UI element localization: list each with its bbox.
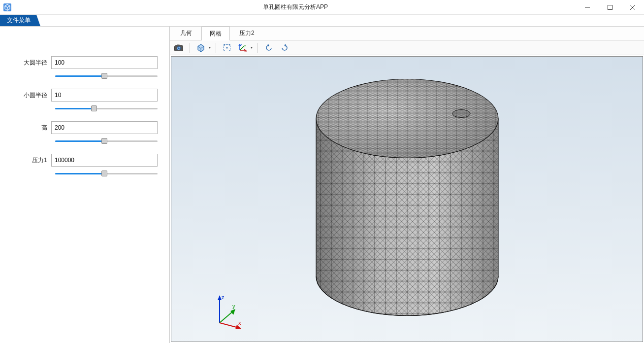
toolbar-separator [190,43,190,53]
rotate-cw-button[interactable] [262,42,276,54]
toolbar-separator [216,43,216,53]
param-input-small-radius[interactable] [51,89,158,102]
svg-point-18 [316,79,498,158]
param-slider-small-radius[interactable] [55,104,158,112]
svg-line-23 [220,311,233,323]
file-menu-button[interactable]: 文件菜单 [0,15,40,26]
param-label-height: 高 [12,124,51,132]
menu-bar: 文件菜单 [0,15,644,27]
snapshot-button[interactable] [172,42,186,54]
window-maximize-button[interactable] [599,0,621,15]
view-tabs: 几何 网格 压力2 [170,27,644,40]
dropdown-caret-icon[interactable]: ▾ [209,45,212,50]
param-row: 高 [12,121,158,134]
window-close-button[interactable] [621,0,644,15]
svg-point-20 [452,110,470,118]
param-row: 压力1 [12,154,158,167]
param-slider-height[interactable] [55,137,158,145]
svg-marker-22 [218,295,222,300]
tab-pressure2[interactable]: 压力2 [231,26,263,40]
file-menu-label: 文件菜单 [7,16,31,25]
axis-y-label: y [232,303,235,309]
main-area: 大圆半径 小圆半径 高 [0,27,644,343]
svg-marker-24 [230,309,235,315]
go-to-default-view-button[interactable]: z y x [236,42,250,54]
graphics-toolbar: ▾ z y x [170,40,644,55]
svg-text:z: z [241,43,242,46]
param-input-height[interactable] [51,121,158,134]
window-minimize-button[interactable] [576,0,599,15]
axes-triad: z y x [211,292,250,332]
graphics-viewport[interactable]: z y x [171,56,643,342]
svg-line-13 [240,46,244,50]
sidebar: 大圆半径 小圆半径 高 [0,27,170,343]
tab-geometry[interactable]: 几何 [172,26,200,40]
rotate-ccw-button[interactable] [278,42,291,54]
zoom-extents-button[interactable] [220,42,234,54]
param-input-large-radius[interactable] [51,56,158,69]
param-row: 小圆半径 [12,89,158,102]
title-bar: 单孔圆柱有限元分析APP [0,0,644,15]
scene-light-button[interactable] [194,42,208,54]
param-input-pressure1[interactable] [51,154,158,167]
axis-z-label: z [222,294,225,300]
content-area: 几何 网格 压力2 ▾ [170,27,644,343]
param-slider-pressure1[interactable] [55,170,158,177]
tab-mesh[interactable]: 网格 [201,27,230,40]
svg-text:y: y [244,44,246,47]
param-label-large-radius: 大圆半径 [12,59,51,67]
svg-rect-6 [177,44,180,46]
mesh-cylinder [299,65,515,322]
dropdown-caret-icon[interactable]: ▾ [251,45,254,50]
window-title: 单孔圆柱有限元分析APP [15,3,576,11]
axis-x-label: x [238,320,241,326]
toolbar-separator [258,43,258,53]
param-label-pressure1: 压力1 [12,156,51,165]
param-row: 大圆半径 [12,56,158,69]
app-icon [0,0,15,15]
svg-line-25 [220,323,238,328]
svg-text:x: x [245,49,247,52]
param-slider-large-radius[interactable] [55,72,158,80]
svg-rect-2 [608,5,612,9]
param-label-small-radius: 小圆半径 [12,91,51,100]
svg-point-8 [178,47,180,49]
svg-point-10 [226,47,228,48]
